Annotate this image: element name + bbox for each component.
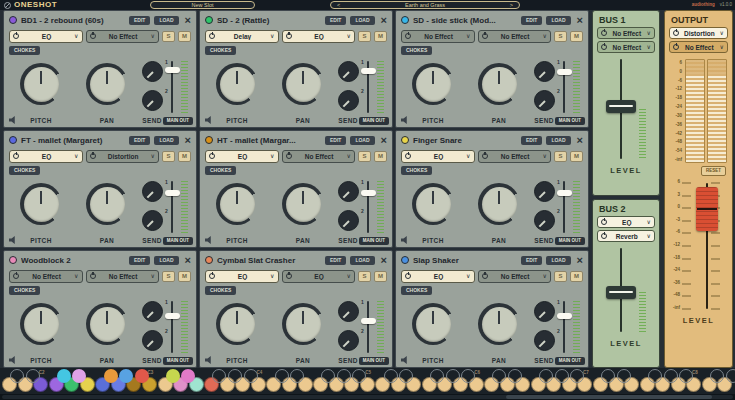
key-pad-black[interactable] [57, 369, 71, 383]
channel-fader-track[interactable] [563, 181, 565, 233]
edit-button[interactable]: EDIT [521, 256, 542, 265]
solo-button[interactable]: S [162, 151, 175, 162]
close-icon[interactable]: × [185, 256, 191, 265]
chokes-button[interactable]: CHOKES [401, 286, 432, 295]
output-fader-handle[interactable] [696, 187, 718, 231]
effect-select[interactable]: No Effect ∨ [401, 30, 475, 43]
channel-fader-handle[interactable] [557, 190, 572, 196]
effect-select[interactable]: EQ ∨ [282, 270, 356, 283]
key-pad-black[interactable] [104, 369, 118, 383]
key-pad-black[interactable] [228, 369, 242, 383]
pan-knob[interactable] [282, 303, 324, 345]
effect-select[interactable]: No Effect ∨ [86, 30, 160, 43]
send-2-knob[interactable] [534, 210, 555, 231]
send-2-knob[interactable] [142, 330, 163, 351]
key-pad-black[interactable] [275, 369, 289, 383]
channel-fader-handle[interactable] [361, 318, 376, 324]
send-2-knob[interactable] [338, 210, 359, 231]
edit-button[interactable]: EDIT [129, 136, 150, 145]
send-1-knob[interactable] [534, 61, 555, 82]
pitch-knob[interactable] [412, 63, 454, 105]
send-2-knob[interactable] [534, 330, 555, 351]
output-effect-slot-1[interactable]: Distortion ∨ [669, 27, 728, 39]
pan-knob[interactable] [478, 183, 520, 225]
send-1-knob[interactable] [142, 181, 163, 202]
mute-button[interactable]: M [374, 271, 387, 282]
new-slot-button[interactable]: New Slot [150, 1, 255, 9]
effect-select[interactable]: No Effect ∨ [86, 270, 160, 283]
send-1-knob[interactable] [534, 181, 555, 202]
chokes-button[interactable]: CHOKES [9, 166, 40, 175]
power-icon[interactable] [90, 273, 96, 279]
key-pad-black[interactable] [166, 369, 180, 383]
mute-button[interactable]: M [570, 31, 583, 42]
close-icon[interactable]: × [185, 16, 191, 25]
send-1-knob[interactable] [142, 301, 163, 322]
solo-button[interactable]: S [554, 31, 567, 42]
effect-select[interactable]: EQ ∨ [9, 150, 83, 163]
solo-button[interactable]: S [358, 271, 371, 282]
power-icon[interactable] [209, 273, 215, 279]
bus-effect-slot[interactable]: Reverb ∨ [597, 230, 655, 242]
effect-select[interactable]: EQ ∨ [205, 150, 279, 163]
channel-fader-track[interactable] [563, 301, 565, 353]
key-pad-black[interactable] [617, 369, 631, 383]
key-pad-black[interactable] [446, 369, 460, 383]
load-button[interactable]: LOAD [546, 256, 570, 265]
pitch-knob[interactable] [20, 63, 62, 105]
pan-knob[interactable] [86, 303, 128, 345]
channel-fader-track[interactable] [171, 181, 173, 233]
load-button[interactable]: LOAD [350, 256, 374, 265]
power-icon[interactable] [482, 33, 488, 39]
effect-select[interactable]: No Effect ∨ [9, 270, 83, 283]
power-icon[interactable] [482, 153, 488, 159]
power-icon[interactable] [405, 273, 411, 279]
power-icon[interactable] [90, 153, 96, 159]
channel-fader-track[interactable] [367, 301, 369, 353]
close-icon[interactable]: × [577, 136, 583, 145]
chokes-button[interactable]: CHOKES [401, 166, 432, 175]
power-icon[interactable] [209, 153, 215, 159]
bus-effect-slot[interactable]: No Effect ∨ [597, 27, 655, 39]
power-icon[interactable] [286, 33, 292, 39]
send-1-knob[interactable] [142, 61, 163, 82]
channel-fader-handle[interactable] [361, 68, 376, 74]
send-1-knob[interactable] [338, 61, 359, 82]
preset-selector[interactable]: < Earth and Grass > [330, 1, 520, 9]
mute-button[interactable]: M [570, 151, 583, 162]
effect-select[interactable]: EQ ∨ [205, 270, 279, 283]
solo-button[interactable]: S [358, 31, 371, 42]
key-pad-black[interactable] [539, 369, 553, 383]
solo-button[interactable]: S [554, 271, 567, 282]
power-icon[interactable] [209, 33, 215, 39]
channel-fader-track[interactable] [171, 301, 173, 353]
load-button[interactable]: LOAD [154, 16, 178, 25]
power-icon[interactable] [405, 153, 411, 159]
edit-button[interactable]: EDIT [129, 256, 150, 265]
load-button[interactable]: LOAD [546, 136, 570, 145]
effect-select[interactable]: No Effect ∨ [282, 150, 356, 163]
close-icon[interactable]: × [381, 136, 387, 145]
power-icon[interactable] [286, 153, 292, 159]
send-1-knob[interactable] [338, 301, 359, 322]
mute-button[interactable]: M [178, 151, 191, 162]
chokes-button[interactable]: CHOKES [9, 286, 40, 295]
channel-fader-track[interactable] [367, 181, 369, 233]
key-pad-black[interactable] [664, 369, 678, 383]
effect-select[interactable]: No Effect ∨ [478, 270, 552, 283]
pan-knob[interactable] [86, 63, 128, 105]
output-effect-slot-2[interactable]: No Effect ∨ [669, 41, 728, 53]
power-icon[interactable] [90, 33, 96, 39]
send-1-knob[interactable] [534, 301, 555, 322]
send-2-knob[interactable] [142, 90, 163, 111]
pan-knob[interactable] [478, 63, 520, 105]
key-pad-black[interactable] [384, 369, 398, 383]
chokes-button[interactable]: CHOKES [205, 286, 236, 295]
close-icon[interactable]: × [185, 136, 191, 145]
effect-select[interactable]: EQ ∨ [401, 150, 475, 163]
edit-button[interactable]: EDIT [325, 136, 346, 145]
load-button[interactable]: LOAD [350, 16, 374, 25]
solo-button[interactable]: S [162, 31, 175, 42]
edit-button[interactable]: EDIT [325, 256, 346, 265]
channel-fader-handle[interactable] [557, 69, 572, 75]
